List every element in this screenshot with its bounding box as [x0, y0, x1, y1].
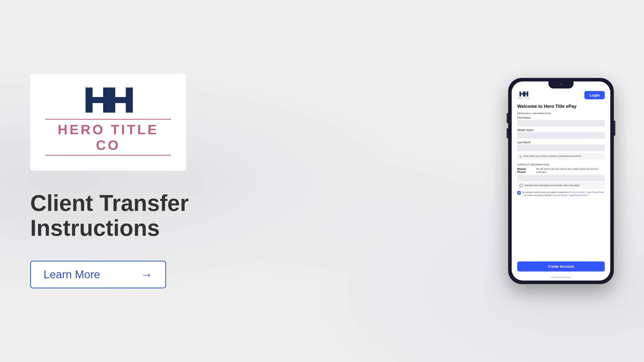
phone-wrapper: HERO TITLE Login Welcome to Hero Title e… [508, 78, 614, 284]
svg-rect-2 [86, 97, 110, 103]
side-button-volume-up [507, 113, 508, 123]
side-button-power [614, 121, 615, 136]
home-indicator-bar [551, 277, 571, 278]
paymints-tos-link[interactable]: Terms of Service ↗ [570, 191, 587, 193]
sms-note-box: 💬 Standard text messaging and provider r… [517, 182, 605, 189]
id-info-text: Must match your driver's license or gove… [524, 155, 582, 158]
learn-more-label: Learn More [44, 268, 100, 281]
phone-app-logo: HERO TITLE [517, 91, 530, 99]
phone-topbar: HERO TITLE Login [512, 81, 610, 102]
left-panel: HERO TITLE CO Client Transfer Instructio… [30, 74, 257, 288]
home-indicator [512, 276, 610, 281]
welcome-title: Welcome to Hero Title ePay [517, 104, 605, 109]
first-name-label: First Name [517, 116, 605, 119]
phone-app-name: HERO TITLE [517, 97, 530, 99]
mobile-phone-label: Mobile Phone [517, 167, 534, 174]
first-name-field-group: First Name [517, 116, 605, 126]
main-heading: Client Transfer Instructions [30, 191, 257, 241]
phone-logo-icon [519, 91, 528, 97]
phone-content: Welcome to Hero Title ePay PERSONAL INFO… [512, 102, 610, 276]
middle-name-input[interactable] [517, 132, 605, 139]
sms-icon: 💬 [519, 184, 523, 187]
last-name-field-group: Last Name [517, 141, 605, 151]
consent-text: By clicking Create Account, you agree to… [522, 191, 605, 197]
dwolla-tos-link[interactable]: Terms of Service ↗ [552, 194, 570, 196]
last-name-input[interactable] [517, 145, 605, 151]
contact-section-label: CONTACT INFORMATION [517, 163, 605, 166]
svg-rect-8 [519, 93, 525, 95]
contact-info-section: CONTACT INFORMATION Mobile Phone We will… [517, 163, 605, 191]
middle-name-label: Middle Name [517, 128, 605, 131]
login-button[interactable]: Login [584, 91, 605, 99]
logo-text: HERO TITLE CO [45, 119, 171, 156]
id-info-box: ⚠ Must match your driver's license or go… [517, 153, 605, 160]
phone-device: HERO TITLE Login Welcome to Hero Title e… [508, 78, 614, 284]
svg-rect-5 [108, 97, 133, 103]
last-name-label: Last Name [517, 141, 605, 144]
arrow-icon: → [141, 268, 153, 282]
phone-screen: HERO TITLE Login Welcome to Hero Title e… [512, 81, 610, 281]
side-button-volume-down [507, 128, 508, 138]
create-account-button[interactable]: Create Account [517, 261, 605, 272]
middle-name-field-group: Middle Name [517, 128, 605, 139]
info-triangle-icon: ⚠ [519, 155, 522, 158]
sms-note-text: Standard text messaging and provider rat… [525, 184, 580, 187]
hero-title-logo-icon [83, 86, 133, 114]
consent-checkbox[interactable] [517, 191, 521, 195]
dwolla-privacy-link[interactable]: Privacy Policy ↗ [574, 194, 589, 196]
first-name-input[interactable] [517, 120, 605, 126]
personal-info-section-label: PERSONAL INFORMATION [517, 112, 605, 115]
logo-container: HERO TITLE CO [30, 74, 186, 171]
mobile-phone-desc: We will send a security code to your mob… [536, 167, 605, 174]
mobile-phone-input[interactable] [517, 175, 605, 181]
learn-more-button[interactable]: Learn More → [30, 261, 166, 288]
svg-rect-11 [524, 93, 528, 95]
mobile-phone-row: Mobile Phone We will send a security cod… [517, 167, 605, 174]
consent-row: By clicking Create Account, you agree to… [517, 191, 605, 197]
